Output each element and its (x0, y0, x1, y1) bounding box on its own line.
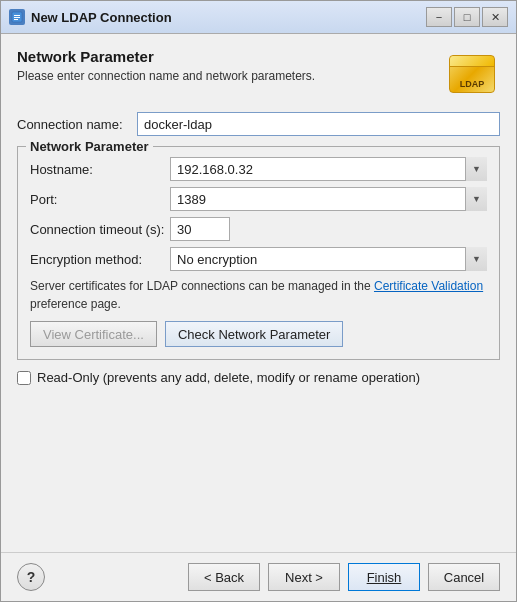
check-network-button[interactable]: Check Network Parameter (165, 321, 343, 347)
title-bar-left: New LDAP Connection (9, 9, 172, 25)
page-header: Network Parameter Please enter connectio… (17, 48, 500, 100)
finish-label: Finish (367, 570, 402, 585)
network-parameter-group: Network Parameter Hostname: ▼ Port: ▼ C (17, 146, 500, 360)
certificate-validation-link[interactable]: Certificate Validation (374, 279, 483, 293)
readonly-row: Read-Only (prevents any add, delete, mod… (17, 370, 500, 385)
connection-name-label: Connection name: (17, 117, 137, 132)
hostname-label: Hostname: (30, 162, 170, 177)
svg-rect-1 (14, 15, 20, 16)
window-icon (9, 9, 25, 25)
page-title: Network Parameter (17, 48, 444, 65)
certificate-buttons: View Certificate... Check Network Parame… (30, 321, 487, 347)
timeout-label: Connection timeout (s): (30, 222, 170, 237)
port-input[interactable] (170, 187, 487, 211)
window-title: New LDAP Connection (31, 10, 172, 25)
title-bar: New LDAP Connection − □ ✕ (1, 1, 516, 34)
close-button[interactable]: ✕ (482, 7, 508, 27)
port-row: Port: ▼ (30, 187, 487, 211)
next-button[interactable]: Next > (268, 563, 340, 591)
encryption-combo: ▼ (170, 247, 487, 271)
connection-name-input[interactable] (137, 112, 500, 136)
port-combo: ▼ (170, 187, 487, 211)
group-box-title: Network Parameter (26, 139, 153, 154)
minimize-button[interactable]: − (426, 7, 452, 27)
hostname-combo: ▼ (170, 157, 487, 181)
bottom-bar: ? < Back Next > Finish Cancel (1, 552, 516, 601)
cert-info-prefix: Server certificates for LDAP connections… (30, 279, 374, 293)
finish-button[interactable]: Finish (348, 563, 420, 591)
cert-info-suffix: preference page. (30, 297, 121, 311)
back-button[interactable]: < Back (188, 563, 260, 591)
help-button[interactable]: ? (17, 563, 45, 591)
cancel-button[interactable]: Cancel (428, 563, 500, 591)
maximize-button[interactable]: □ (454, 7, 480, 27)
timeout-row: Connection timeout (s): (30, 217, 487, 241)
timeout-input[interactable] (170, 217, 230, 241)
connection-name-row: Connection name: (17, 112, 500, 136)
hostname-row: Hostname: ▼ (30, 157, 487, 181)
next-label: Next > (285, 570, 323, 585)
readonly-label[interactable]: Read-Only (prevents any add, delete, mod… (37, 370, 420, 385)
readonly-checkbox[interactable] (17, 371, 31, 385)
view-certificate-button[interactable]: View Certificate... (30, 321, 157, 347)
title-bar-controls: − □ ✕ (426, 7, 508, 27)
cert-info: Server certificates for LDAP connections… (30, 277, 487, 313)
port-label: Port: (30, 192, 170, 207)
ldap-icon-container: LDAP (444, 48, 500, 100)
dialog-window: New LDAP Connection − □ ✕ Network Parame… (0, 0, 517, 602)
ldap-cylinder-icon: LDAP (449, 55, 495, 93)
encryption-row: Encryption method: ▼ (30, 247, 487, 271)
svg-rect-3 (14, 19, 18, 20)
dialog-content: Network Parameter Please enter connectio… (1, 34, 516, 552)
ldap-icon-label: LDAP (460, 79, 485, 89)
hostname-input[interactable] (170, 157, 487, 181)
page-subtitle: Please enter connection name and network… (17, 69, 444, 83)
encryption-label: Encryption method: (30, 252, 170, 267)
encryption-input[interactable] (170, 247, 487, 271)
svg-rect-2 (14, 17, 20, 18)
page-header-text: Network Parameter Please enter connectio… (17, 48, 444, 83)
